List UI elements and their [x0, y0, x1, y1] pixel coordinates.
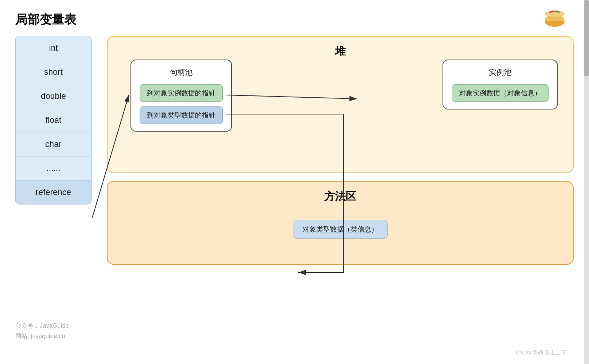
- method-title: 方法区: [119, 189, 562, 204]
- var-row-4: char: [16, 132, 91, 156]
- content-row: intshortdoublefloatchar......reference 堆…: [15, 36, 574, 265]
- handle-item-instance-ptr: 到对象实例数据的指针: [140, 84, 223, 102]
- handle-item-type-ptr: 到对象类型数据的指针: [140, 106, 223, 124]
- instance-item: 对象实例数据（对象信息）: [452, 84, 549, 102]
- var-row-2: double: [16, 84, 91, 108]
- instance-pool-title: 实例池: [452, 67, 549, 77]
- scrollbar-thumb[interactable]: [584, 0, 589, 76]
- footer-line2: 网站: javaguide.cn: [15, 331, 69, 341]
- method-type-data: 对象类型数据（类信息）: [293, 220, 388, 239]
- handle-pool-title: 句柄池: [140, 67, 223, 77]
- main-container: 局部变量表 intshortdoublefloatchar......refer…: [0, 0, 589, 364]
- logo: [543, 7, 566, 30]
- local-var-table: intshortdoublefloatchar......reference: [15, 36, 92, 205]
- footer-line1: 公众号：JavaGuide: [15, 321, 69, 331]
- var-row-5: ......: [16, 156, 91, 180]
- csdn-watermark: CSDN @@ 富士山下: [516, 350, 566, 356]
- heap-title: 堆: [119, 44, 562, 59]
- scrollbar[interactable]: [584, 0, 589, 364]
- method-box: 方法区 对象类型数据（类信息）: [107, 181, 574, 265]
- diagram-area: 堆 句柄池 到对象实例数据的指针 到对象类型数据的指针 实例池 对象实例数据（对…: [107, 36, 574, 265]
- handle-pool: 句柄池 到对象实例数据的指针 到对象类型数据的指针: [130, 60, 232, 132]
- heap-box: 堆 句柄池 到对象实例数据的指针 到对象类型数据的指针 实例池 对象实例数据（对…: [107, 36, 574, 173]
- instance-pool: 实例池 对象实例数据（对象信息）: [443, 60, 558, 110]
- page-title: 局部变量表: [15, 11, 574, 28]
- var-row-1: short: [16, 60, 91, 84]
- var-row-3: float: [16, 108, 91, 132]
- var-row-0: int: [16, 36, 91, 60]
- footer-text: 公众号：JavaGuide 网站: javaguide.cn: [15, 321, 69, 341]
- var-row-6: reference: [16, 180, 91, 204]
